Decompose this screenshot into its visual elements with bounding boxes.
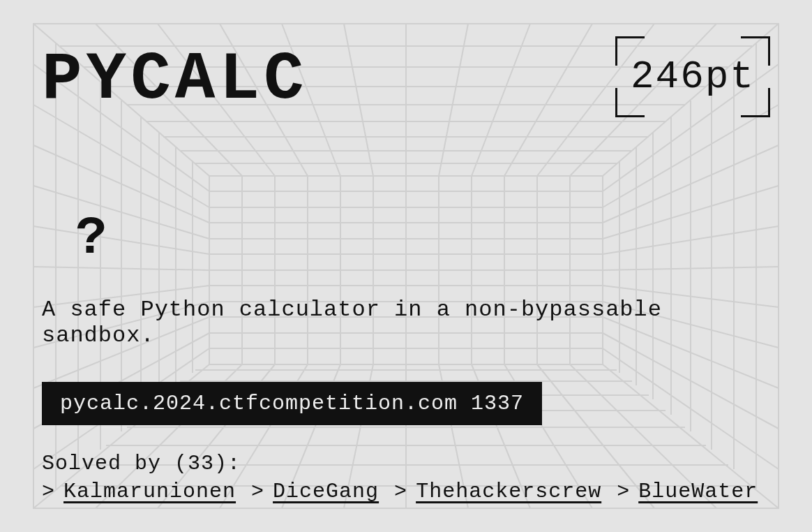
challenge-header: PYCALC 246pt (42, 42, 770, 118)
chevron-right-icon: > (42, 480, 55, 503)
solved-by-prefix: Solved by ( (42, 452, 188, 475)
netcat-target[interactable]: pycalc.2024.ctfcompetition.com 1337 (42, 382, 542, 425)
solver-team-link[interactable]: BlueWater (638, 480, 758, 503)
solver-team-link[interactable]: DiceGang (273, 480, 379, 503)
points-badge: 246pt (615, 36, 770, 117)
bracket-corner-icon (615, 88, 645, 117)
challenge-description: A safe Python calculator in a non-bypass… (42, 297, 770, 348)
solver-team-link[interactable]: Thehackerscrew (416, 480, 601, 503)
challenge-attachment-placeholder-icon[interactable]: ? (75, 209, 770, 269)
solver-item: >Kalmarunionen (42, 480, 236, 503)
chevron-right-icon: > (617, 480, 630, 503)
chevron-right-icon: > (394, 480, 407, 503)
bracket-corner-icon (741, 88, 770, 117)
solver-item: >DiceGang (251, 480, 379, 503)
solved-by-count: 33 (188, 452, 214, 475)
bracket-corner-icon (741, 36, 770, 66)
challenge-title: PYCALC (42, 42, 308, 118)
bracket-corner-icon (615, 36, 645, 66)
solved-by-suffix: ): (214, 452, 241, 475)
solver-list: >Kalmarunionen>DiceGang>Thehackerscrew>B… (42, 480, 770, 503)
solver-team-link[interactable]: Kalmarunionen (63, 480, 236, 503)
solved-by-header: Solved by (33): (42, 452, 770, 475)
points-value: 246pt (631, 54, 755, 99)
solver-item: >Thehackerscrew (394, 480, 601, 503)
chevron-right-icon: > (251, 480, 264, 503)
solver-item: >BlueWater (617, 480, 758, 503)
